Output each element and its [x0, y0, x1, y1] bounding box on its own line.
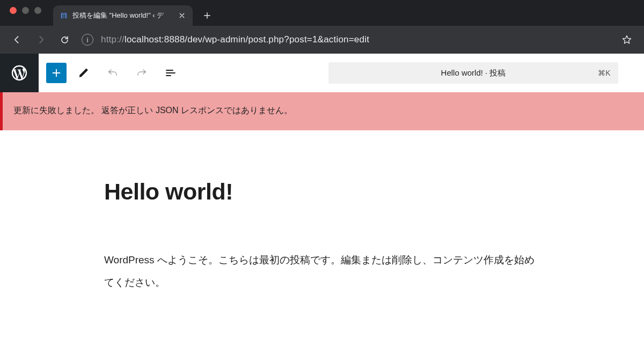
pencil-icon — [77, 67, 90, 79]
wordpress-logo-icon — [10, 64, 28, 82]
post-content: Hello world! WordPress へようこそ。こちらは最初の投稿です… — [104, 179, 540, 294]
edit-mode-button[interactable] — [72, 61, 96, 85]
error-notice: 更新に失敗しました。 返答が正しい JSON レスポンスではありません。 — [0, 92, 644, 130]
error-message: 更新に失敗しました。 返答が正しい JSON レスポンスではありません。 — [13, 106, 292, 115]
url-text: http://localhost:8888/dev/wp-admin/post.… — [101, 34, 369, 45]
back-button[interactable] — [8, 30, 27, 49]
address-bar[interactable]: i http://localhost:8888/dev/wp-admin/pos… — [78, 30, 613, 49]
browser-tab-active[interactable]: 投稿を編集 "Hello world!" ‹ デ — [53, 5, 193, 26]
forward-button[interactable] — [31, 30, 50, 49]
url-scheme: http:// — [101, 34, 125, 45]
editor-header: Hello world! · 投稿 ⌘K — [0, 54, 644, 92]
mamp-favicon — [60, 11, 68, 20]
wordpress-logo-button[interactable] — [0, 54, 39, 92]
document-overview-button[interactable] — [159, 61, 182, 85]
editor-canvas[interactable]: Hello world! WordPress へようこそ。こちらは最初の投稿です… — [0, 130, 644, 294]
browser-tabs: 投稿を編集 "Hello world!" ‹ デ — [53, 0, 215, 26]
window-close-button[interactable] — [10, 7, 17, 14]
window-minimize-button[interactable] — [22, 7, 29, 14]
document-bar-title: Hello world! · 投稿 — [441, 68, 506, 78]
site-info-icon[interactable]: i — [82, 34, 93, 46]
browser-tab-title: 投稿を編集 "Hello world!" ‹ デ — [72, 11, 173, 20]
add-block-button[interactable] — [46, 63, 67, 83]
post-paragraph[interactable]: WordPress へようこそ。こちらは最初の投稿です。編集または削除し、コンテ… — [104, 249, 540, 294]
command-shortcut: ⌘K — [598, 69, 611, 77]
page-viewport: Hello world! · 投稿 ⌘K 更新に失敗しました。 返答が正しい J… — [0, 54, 644, 362]
browser-titlebar: 投稿を編集 "Hello world!" ‹ デ — [0, 0, 644, 26]
undo-icon — [106, 67, 119, 79]
post-title[interactable]: Hello world! — [104, 179, 540, 205]
editor-toolbar: Hello world! · 投稿 ⌘K — [39, 54, 644, 92]
tab-close-button[interactable] — [178, 11, 186, 20]
list-icon — [164, 67, 177, 79]
redo-icon — [135, 67, 148, 79]
undo-button[interactable] — [101, 61, 125, 85]
document-bar[interactable]: Hello world! · 投稿 ⌘K — [328, 62, 618, 84]
reload-button[interactable] — [55, 30, 74, 49]
bookmark-button[interactable] — [617, 30, 636, 49]
redo-button[interactable] — [130, 61, 153, 85]
browser-toolbar: i http://localhost:8888/dev/wp-admin/pos… — [0, 26, 644, 54]
plus-icon — [50, 67, 62, 79]
new-tab-button[interactable] — [199, 8, 215, 24]
window-controls — [10, 7, 41, 14]
window-maximize-button[interactable] — [34, 7, 41, 14]
url-rest: localhost:8888/dev/wp-admin/post.php?pos… — [125, 34, 369, 45]
